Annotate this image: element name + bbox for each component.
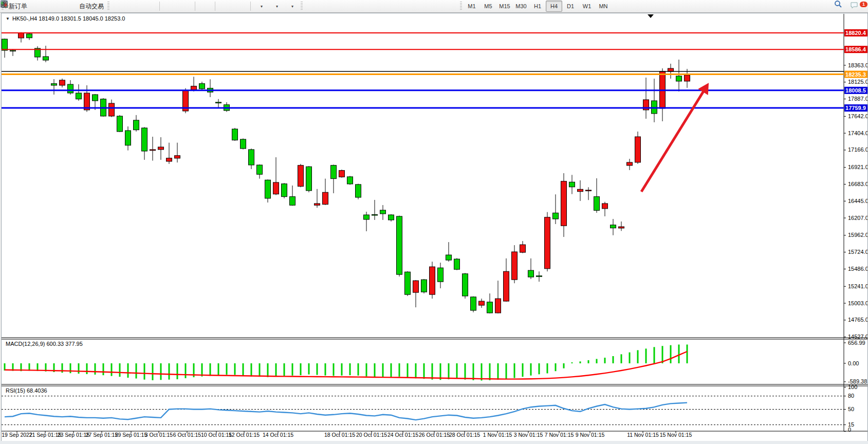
bear-candle (512, 252, 518, 280)
svg-text:50: 50 (848, 406, 854, 412)
bear-candle (602, 203, 608, 209)
bull-candle (216, 102, 221, 103)
bull-candle (125, 131, 131, 145)
date-label: 11 Nov 01:15 (627, 432, 659, 438)
symbol-ohlc-line: ▼ HK50-,H4 18149.0 18301.5 18045.0 18253… (6, 15, 125, 22)
periods-button[interactable]: ▾ (268, 1, 284, 12)
bull-candle (446, 255, 452, 260)
bear-candle (150, 150, 156, 151)
bear-candle (685, 75, 690, 81)
signals-button[interactable] (60, 1, 76, 12)
chat-button[interactable]: 1 (849, 1, 865, 12)
text-button[interactable]: A (412, 1, 428, 12)
bull-candle (282, 184, 287, 197)
price-badge-label: 18820.4 (845, 30, 866, 36)
new-order-button[interactable]: 新订单 (5, 1, 29, 12)
templates-button[interactable]: ▾ (284, 1, 299, 12)
svg-text:15003.0: 15003.0 (848, 300, 867, 306)
search-button[interactable] (834, 1, 849, 12)
bar-chart-button[interactable] (111, 1, 126, 12)
date-label: 21 Sep 01:15 (29, 432, 62, 438)
text-label-button[interactable]: T (428, 1, 443, 12)
svg-text:80: 80 (848, 393, 854, 399)
chart-canvas[interactable]: 18363.018125.017887.017642.017404.017166… (2, 13, 867, 441)
bull-candle (652, 101, 657, 114)
zoom-in-button[interactable]: + (162, 1, 177, 12)
toolbar-grip[interactable] (107, 2, 109, 11)
trendline-button[interactable] (366, 1, 381, 12)
date-label: 3 Oct 01:15 (145, 432, 173, 438)
date-label: 26 Oct 01:15 (419, 432, 450, 438)
bull-candle (68, 84, 73, 93)
equidistant-channel-button[interactable]: E (381, 1, 397, 12)
date-label: 29 Sep 01:15 (115, 432, 147, 438)
bear-candle (109, 103, 115, 116)
svg-text:14527.0: 14527.0 (848, 334, 867, 340)
charts-profile-button[interactable] (29, 1, 45, 12)
bull-candle (528, 270, 534, 277)
toolbar-grip[interactable] (460, 2, 462, 11)
fibonacci-button[interactable]: F (397, 1, 412, 12)
date-label: 6 Oct 01:15 (173, 432, 201, 438)
svg-text:18363.0: 18363.0 (848, 62, 867, 68)
svg-text:18125.0: 18125.0 (848, 79, 867, 85)
date-label: 10 Oct 01:15 (201, 432, 232, 438)
bull-candle (364, 215, 370, 219)
timeframe-m15-button[interactable]: M15 (496, 1, 513, 12)
new-chart-button[interactable]: ▾ (253, 1, 268, 12)
timeframe-m30-button[interactable]: M30 (513, 1, 529, 12)
price-badge-label: 18008.5 (845, 87, 866, 94)
bear-candle (19, 33, 24, 38)
bull-candle (27, 34, 32, 38)
timeframe-m1-button[interactable]: M1 (464, 1, 480, 12)
line-chart-button[interactable] (142, 1, 157, 12)
timeframe-h1-button[interactable]: H1 (529, 1, 546, 12)
autotrading-label: 自动交易 (79, 2, 104, 11)
date-label: 28 Oct 01:15 (449, 432, 480, 438)
bull-candle (421, 280, 427, 292)
svg-text:17642.0: 17642.0 (848, 113, 867, 119)
date-label: 1 Nov 01:15 (483, 432, 512, 438)
arrows-button[interactable] (443, 1, 458, 12)
timeframe-m5-button[interactable]: M5 (480, 1, 496, 12)
candlestick-button[interactable] (126, 1, 142, 12)
bull-candle (471, 297, 476, 310)
bull-candle (249, 150, 254, 165)
chart-window[interactable]: ▼ HK50-,H4 18149.0 18301.5 18045.0 18253… (1, 13, 868, 441)
zoom-out-button[interactable]: − (177, 1, 193, 12)
price-badge-label: 18235.3 (845, 71, 866, 78)
market-window-button[interactable] (45, 1, 60, 12)
timeframe-w1-button[interactable]: W1 (579, 1, 595, 12)
tile-windows-button[interactable] (197, 1, 213, 12)
vertical-line-button[interactable] (335, 1, 350, 12)
bear-candle (323, 192, 328, 204)
date-axis: 19 Sep 202221 Sep 01:1523 Sep 01:1527 Se… (2, 431, 692, 438)
bull-candle (306, 166, 312, 191)
bull-candle (10, 50, 16, 51)
autotrading-button[interactable]: 自动交易 (76, 1, 106, 12)
crosshair-button[interactable] (320, 1, 335, 12)
bear-candle (413, 281, 419, 292)
toolbar-grip[interactable] (301, 2, 303, 11)
date-label: 24 Oct 01:15 (387, 432, 418, 438)
chevron-down-icon[interactable]: ▼ (6, 16, 10, 21)
date-label: 14 Oct 01:15 (263, 432, 293, 438)
rsi-label: RSI(15) 68.4036 (6, 387, 47, 394)
bull-candle (569, 182, 575, 187)
chart-shift-button[interactable] (233, 1, 248, 12)
timeframe-d1-button[interactable]: D1 (562, 1, 579, 12)
cursor-button[interactable] (304, 1, 320, 12)
bull-candle (117, 116, 123, 132)
svg-text:16445.0: 16445.0 (848, 198, 867, 204)
timeframe-mn-button[interactable]: MN (595, 1, 612, 12)
bull-candle (51, 84, 57, 85)
date-label: 3 Nov 01:15 (514, 432, 543, 438)
bull-candle (380, 210, 386, 214)
bull-candle (553, 213, 559, 219)
bull-candle (356, 184, 361, 197)
bull-candle (241, 139, 246, 149)
horizontal-line-button[interactable] (350, 1, 366, 12)
auto-scroll-button[interactable] (217, 1, 233, 12)
date-label: 20 Oct 01:15 (356, 432, 387, 438)
timeframe-h4-button[interactable]: H4 (546, 1, 562, 12)
